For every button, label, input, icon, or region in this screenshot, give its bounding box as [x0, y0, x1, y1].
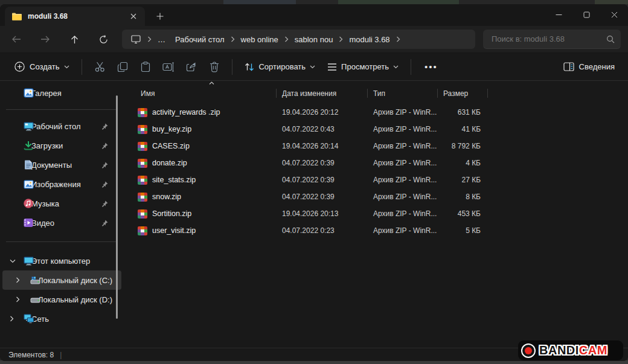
paste-button[interactable] — [134, 57, 157, 77]
chevron-right-icon — [283, 36, 290, 42]
breadcrumb: … Рабочий стол web online sablon nou mod… — [122, 30, 475, 49]
chevron-down-icon[interactable] — [10, 259, 16, 263]
view-button[interactable]: Просмотреть — [321, 59, 405, 75]
file-date: 04.07.2022 0:39 — [277, 159, 368, 167]
file-row[interactable]: donate.zip 04.07.2022 0:39 Архив ZIP - W… — [124, 155, 628, 171]
trash-icon — [210, 62, 219, 72]
file-row[interactable]: Sortition.zip 19.04.2026 20:13 Архив ZIP… — [124, 205, 628, 222]
forward-button[interactable] — [35, 30, 56, 49]
chevron-right-icon[interactable] — [10, 316, 14, 322]
details-pane-button[interactable]: Сведения — [559, 59, 620, 75]
minimize-button[interactable] — [545, 4, 572, 25]
breadcrumb-item-web-online[interactable]: web online — [236, 31, 283, 47]
breadcrumb-item-desktop[interactable]: Рабочий стол — [170, 31, 229, 47]
cut-button[interactable] — [88, 57, 111, 77]
column-header-date[interactable]: Дата изменения — [277, 85, 368, 101]
file-date: 04.07.2022 0:39 — [277, 176, 368, 184]
tab-close-button[interactable] — [127, 10, 140, 23]
items-count: Элементов: 8 — [8, 351, 54, 359]
chevron-right-icon — [338, 36, 344, 42]
more-options-button[interactable]: ••• — [417, 59, 445, 74]
videos-icon — [24, 218, 33, 228]
sidebar-item-videos[interactable]: Видео — [2, 213, 121, 232]
pin-icon — [101, 123, 108, 130]
network-icon — [24, 314, 34, 324]
file-type: Архив ZIP - WinR... — [368, 125, 438, 133]
search-box[interactable] — [483, 30, 621, 49]
file-row[interactable]: buy_key.zip 04.07.2022 0:43 Архив ZIP - … — [124, 121, 628, 138]
sidebar-item-label: Локальный диск (D:) — [38, 295, 121, 304]
close-icon — [611, 11, 618, 18]
column-header-size[interactable]: Размер — [438, 85, 488, 101]
music-icon — [24, 199, 33, 208]
chevron-right-icon[interactable] — [16, 296, 20, 302]
maximize-button[interactable] — [572, 4, 600, 25]
sidebar-item-disk-d[interactable]: Локальный диск (D:) — [2, 290, 121, 309]
winrar-zip-icon — [138, 176, 147, 185]
list-lines-icon — [327, 63, 337, 71]
column-separator[interactable] — [487, 89, 488, 98]
sidebar-item-desktop[interactable]: Рабочий стол — [2, 117, 121, 136]
sidebar-item-gallery[interactable]: Галерея — [2, 83, 121, 103]
desktop-speck — [338, 0, 459, 4]
file-row[interactable]: snow.zip 04.07.2022 0:39 Архив ZIP - Win… — [124, 188, 628, 205]
column-header-name[interactable]: Имя — [124, 85, 277, 101]
sort-button[interactable]: Сортировать — [239, 59, 321, 75]
sidebar-item-disk-c[interactable]: Локальный диск (C:) — [2, 270, 121, 290]
file-type: Архив ZIP - WinR... — [368, 176, 438, 184]
new-tab-button[interactable] — [152, 8, 168, 24]
search-icon[interactable] — [606, 35, 615, 43]
delete-button[interactable] — [203, 57, 226, 77]
sidebar-divider — [6, 241, 118, 242]
maximize-icon — [583, 11, 590, 18]
pin-icon — [101, 162, 108, 168]
file-row[interactable]: activity_rewards .zip 19.04.2026 20:12 А… — [124, 104, 628, 121]
file-row[interactable]: CASES.zip 19.04.2026 20:14 Архив ZIP - W… — [124, 138, 628, 155]
file-row[interactable]: user_visit.zip 04.07.2022 0:23 Архив ZIP… — [124, 222, 628, 239]
breadcrumb-item-moduli[interactable]: moduli 3.68 — [344, 31, 394, 47]
monitor-icon — [130, 34, 141, 44]
breadcrumb-overflow[interactable]: … — [153, 31, 170, 47]
chevron-right-icon — [395, 36, 402, 42]
copy-button[interactable] — [111, 57, 134, 77]
arrow-up-icon — [70, 35, 79, 44]
close-icon — [130, 13, 136, 19]
file-type: Архив ZIP - WinR... — [368, 142, 438, 150]
new-button[interactable]: Создать — [8, 58, 75, 75]
rename-button[interactable] — [157, 57, 180, 77]
sidebar-scrollbar[interactable] — [116, 95, 118, 319]
share-icon — [186, 62, 197, 72]
chevron-down-icon — [310, 65, 315, 69]
breadcrumb-root[interactable] — [126, 31, 146, 47]
sidebar-item-documents[interactable]: Документы — [2, 155, 121, 174]
search-input[interactable] — [492, 34, 606, 43]
refresh-button[interactable] — [93, 30, 114, 49]
toolbar-divider — [232, 59, 232, 75]
sidebar-item-music[interactable]: Музыка — [2, 194, 121, 213]
sidebar-item-pictures[interactable]: Изображения — [2, 174, 121, 194]
chevron-right-icon[interactable] — [16, 277, 20, 283]
back-button[interactable] — [6, 30, 27, 49]
winrar-zip-icon — [138, 209, 147, 219]
file-rows: activity_rewards .zip 19.04.2026 20:12 А… — [124, 104, 628, 239]
breadcrumb-item-sablon-nou[interactable]: sablon nou — [290, 31, 338, 47]
sidebar-item-this-pc[interactable]: Этот компьютер — [2, 251, 121, 270]
winrar-zip-icon — [138, 125, 147, 134]
sort-button-label: Сортировать — [258, 62, 306, 71]
file-date: 19.04.2026 20:14 — [277, 142, 368, 150]
bandicam-logo-text: BANDICAM — [539, 343, 607, 357]
share-button[interactable] — [180, 57, 203, 77]
arrow-right-icon — [40, 35, 50, 43]
pin-icon — [101, 181, 108, 188]
sidebar-item-network[interactable]: Сеть — [2, 309, 121, 328]
explorer-tab[interactable]: moduli 3.68 — [5, 7, 145, 26]
window-body: Галерея Рабочий стол — [0, 81, 628, 348]
sidebar-item-downloads[interactable]: Загрузки — [2, 136, 121, 155]
window-controls — [545, 4, 628, 26]
column-header-type[interactable]: Тип — [368, 85, 438, 101]
gallery-icon — [24, 88, 34, 98]
up-button[interactable] — [64, 30, 85, 49]
close-window-button[interactable] — [600, 4, 628, 25]
file-row[interactable]: site_stats.zip 04.07.2022 0:39 Архив ZIP… — [124, 171, 628, 188]
file-size: 453 КБ — [438, 209, 488, 218]
